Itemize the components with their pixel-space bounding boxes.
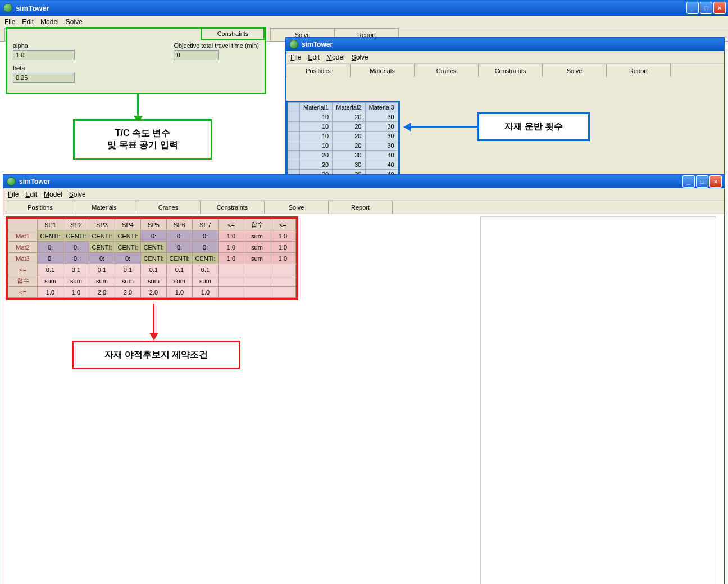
menu-model[interactable]: Model	[44, 191, 62, 198]
tab-solve[interactable]: Solve	[542, 64, 607, 77]
tab-materials[interactable]: Materials	[72, 201, 136, 214]
menu-file[interactable]: File	[4, 18, 15, 26]
tab-report[interactable]: Report	[606, 64, 671, 77]
maximize-button[interactable]: □	[700, 2, 712, 14]
speed-annotation: T/C 속도 변수 및 목표 공기 입력	[73, 119, 212, 160]
speed-input-panel: Constraints alpha Objective total travel…	[6, 27, 266, 94]
app-title: simTower	[19, 178, 683, 185]
close-button[interactable]: ×	[709, 175, 722, 188]
beta-label: beta	[13, 65, 259, 71]
menu-edit[interactable]: Edit	[25, 191, 37, 198]
app-icon	[7, 177, 16, 186]
beta-input[interactable]	[13, 73, 75, 83]
constraints-tab-highlight: Constraints	[201, 27, 265, 40]
constraint-panel: SP1SP2SP3SP4SP5SP6SP7<=합수<=Mat1CENTI:CEN…	[6, 216, 298, 300]
tab-constraints[interactable]: Constraints	[200, 201, 265, 214]
tab-report[interactable]: Report	[328, 201, 393, 214]
maximize-button[interactable]: □	[696, 175, 708, 188]
app-title: simTower	[302, 40, 722, 48]
tab-positions[interactable]: Positions	[8, 201, 72, 214]
menu-file[interactable]: File	[8, 191, 19, 198]
menu-solve[interactable]: Solve	[352, 53, 368, 61]
tab-cranes[interactable]: Cranes	[136, 201, 201, 214]
tab-solve[interactable]: Solve	[264, 201, 329, 214]
menu-model[interactable]: Model	[40, 18, 59, 26]
menu-solve[interactable]: Solve	[69, 191, 86, 198]
menu-model[interactable]: Model	[326, 53, 345, 61]
tab-materials[interactable]: Materials	[350, 64, 415, 77]
minimize-button[interactable]: _	[683, 175, 695, 188]
main-menubar: File Edit Model Solve	[0, 16, 728, 28]
tab-cranes[interactable]: Cranes	[414, 64, 479, 77]
objective-label: Objective total travel time (min)	[174, 42, 259, 49]
material-count-annotation: 자재 운반 횟수	[477, 112, 590, 141]
alpha-label: alpha	[13, 42, 174, 49]
menu-edit[interactable]: Edit	[308, 53, 320, 61]
app-icon	[289, 40, 298, 49]
constraint-table: SP1SP2SP3SP4SP5SP6SP7<=합수<=Mat1CENTI:CEN…	[8, 219, 296, 298]
close-button[interactable]: ×	[713, 2, 726, 14]
objective-input[interactable]	[174, 50, 219, 60]
tab-positions[interactable]: Positions	[286, 64, 351, 77]
constraints-window: simTower _ □ × File Edit Model Solve Pos…	[3, 174, 725, 584]
constraint-annotation: 자재 야적후보지 제약조건	[72, 341, 240, 369]
tab-constraints[interactable]: Constraints	[478, 64, 543, 77]
menu-file[interactable]: File	[290, 53, 301, 61]
main-window-titlebar: simTower _ □ ×	[0, 0, 728, 16]
app-icon	[3, 3, 12, 12]
menu-solve[interactable]: Solve	[66, 18, 83, 26]
menu-edit[interactable]: Edit	[22, 18, 34, 26]
minimize-button[interactable]: _	[686, 2, 699, 14]
alpha-input[interactable]	[13, 50, 75, 60]
app-title: simTower	[16, 4, 686, 12]
